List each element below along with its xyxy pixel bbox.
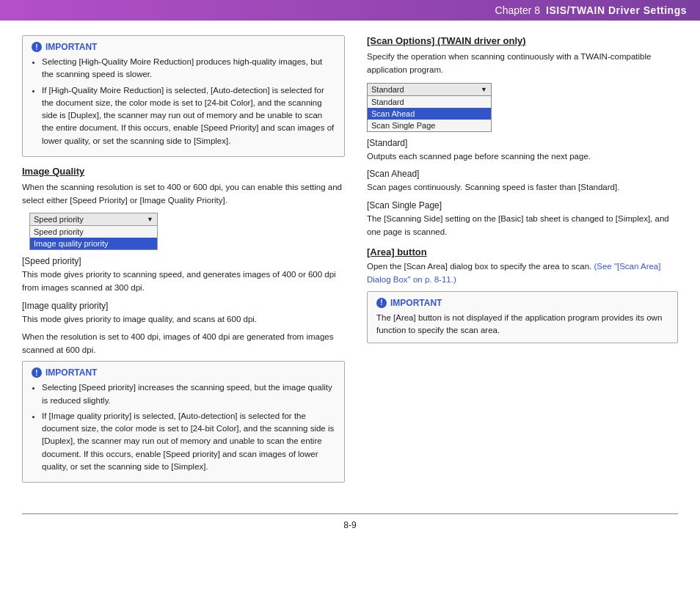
scan-single-page-title: [Scan Single Page] xyxy=(367,200,678,211)
image-quality-priority-text1: This mode gives priority to image qualit… xyxy=(22,313,345,326)
scan-options-intro: Specify the operation when scanning cont… xyxy=(367,51,678,77)
scan-dropdown-header[interactable]: Standard ▼ xyxy=(368,84,491,96)
scan-options-dropdown[interactable]: Standard ▼ Standard Scan Ahead Scan Sing… xyxy=(367,83,492,132)
page-header: Chapter 8 ISIS/TWAIN Driver Settings xyxy=(0,0,700,21)
speed-priority-text: This mode gives priority to scanning spe… xyxy=(22,268,345,295)
scan-options-heading: [Scan Options] (TWAIN driver only) xyxy=(367,35,678,46)
scan-dropdown-arrow-icon: ▼ xyxy=(481,86,487,93)
important-title-2: ! IMPORTANT xyxy=(32,367,335,378)
header-title: ISIS/TWAIN Driver Settings xyxy=(546,4,687,16)
important-box-2: ! IMPORTANT Selecting [Speed priority] i… xyxy=(22,361,345,483)
image-quality-priority-title: [Image quality priority] xyxy=(22,301,345,311)
scan-dropdown-selected: Standard xyxy=(371,85,404,94)
important-title-3: ! IMPORTANT xyxy=(376,298,668,308)
dropdown-arrow-icon: ▼ xyxy=(147,216,153,223)
dropdown-option-quality[interactable]: Image quality priority xyxy=(30,238,157,249)
important-title-1: ! IMPORTANT xyxy=(32,42,335,52)
important-icon-3: ! xyxy=(376,298,387,308)
standard-text: Outputs each scanned page before scannin… xyxy=(367,150,678,164)
list-item: Selecting [High-Quality Moire Reduction]… xyxy=(42,56,335,81)
important-icon-2: ! xyxy=(32,367,42,378)
important-icon-1: ! xyxy=(32,42,42,52)
scan-ahead-title: [Scan Ahead] xyxy=(367,169,678,179)
important-box-1: ! IMPORTANT Selecting [High-Quality Moir… xyxy=(22,35,345,157)
dropdown-header[interactable]: Speed priority ▼ xyxy=(30,213,157,226)
dropdown-option-speed[interactable]: Speed priority xyxy=(30,226,157,238)
image-quality-section: Image Quality When the scanning resoluti… xyxy=(22,166,345,357)
dropdown-selected-label: Speed priority xyxy=(34,215,84,224)
scan-option-standard[interactable]: Standard xyxy=(368,96,491,108)
image-quality-heading: Image Quality xyxy=(22,166,345,177)
important-list-2: Selecting [Speed priority] increases the… xyxy=(42,381,335,473)
area-button-text: Open the [Scan Area] dialog box to speci… xyxy=(367,260,678,287)
image-quality-priority-text2: When the resolution is set to 400 dpi, i… xyxy=(22,331,345,357)
right-column: [Scan Options] (TWAIN driver only) Speci… xyxy=(367,35,678,491)
standard-title: [Standard] xyxy=(367,138,678,148)
list-item: Selecting [Speed priority] increases the… xyxy=(42,381,335,407)
page-footer: 8-9 xyxy=(22,513,678,530)
area-button-heading: [Area] button xyxy=(367,246,678,257)
important-box-3: ! IMPORTANT The [Area] button is not dis… xyxy=(367,291,678,344)
chapter-label: Chapter 8 xyxy=(495,4,540,16)
page-number: 8-9 xyxy=(343,520,356,530)
image-quality-intro: When the scanning resolution is set to 4… xyxy=(22,181,345,208)
area-button-section: [Area] button Open the [Scan Area] dialo… xyxy=(367,246,678,287)
image-quality-dropdown[interactable]: Speed priority ▼ Speed priority Image qu… xyxy=(29,213,158,250)
content-area: ! IMPORTANT Selecting [High-Quality Moir… xyxy=(0,21,700,499)
list-item: If [High-Quality Moire Reduction] is sel… xyxy=(42,84,335,147)
scan-option-ahead[interactable]: Scan Ahead xyxy=(368,108,491,120)
scan-option-single[interactable]: Scan Single Page xyxy=(368,120,491,131)
scan-options-section: [Scan Options] (TWAIN driver only) Speci… xyxy=(367,35,678,239)
list-item: If [Image quality priority] is selected,… xyxy=(42,410,335,473)
left-column: ! IMPORTANT Selecting [High-Quality Moir… xyxy=(22,35,345,491)
scan-single-page-text: The [Scanning Side] setting on the [Basi… xyxy=(367,213,678,239)
speed-priority-title: [Speed priority] xyxy=(22,256,345,266)
important-list-1: Selecting [High-Quality Moire Reduction]… xyxy=(42,56,335,147)
important-text-3: The [Area] button is not displayed if th… xyxy=(376,312,668,337)
scan-ahead-text: Scan pages continuously. Scanning speed … xyxy=(367,181,678,194)
